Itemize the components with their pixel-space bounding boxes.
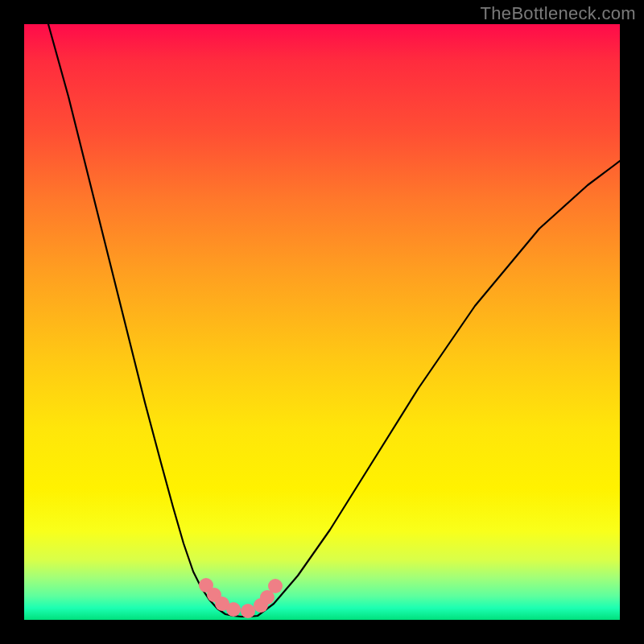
highlight-dots-layer xyxy=(24,24,620,620)
highlight-dot xyxy=(268,579,283,593)
plot-area xyxy=(24,24,620,620)
highlight-dot xyxy=(241,604,255,618)
chart-frame: TheBottleneck.com xyxy=(0,0,644,644)
highlight-dots-group xyxy=(199,578,283,618)
watermark-text: TheBottleneck.com xyxy=(481,3,636,24)
highlight-dot xyxy=(226,602,241,617)
